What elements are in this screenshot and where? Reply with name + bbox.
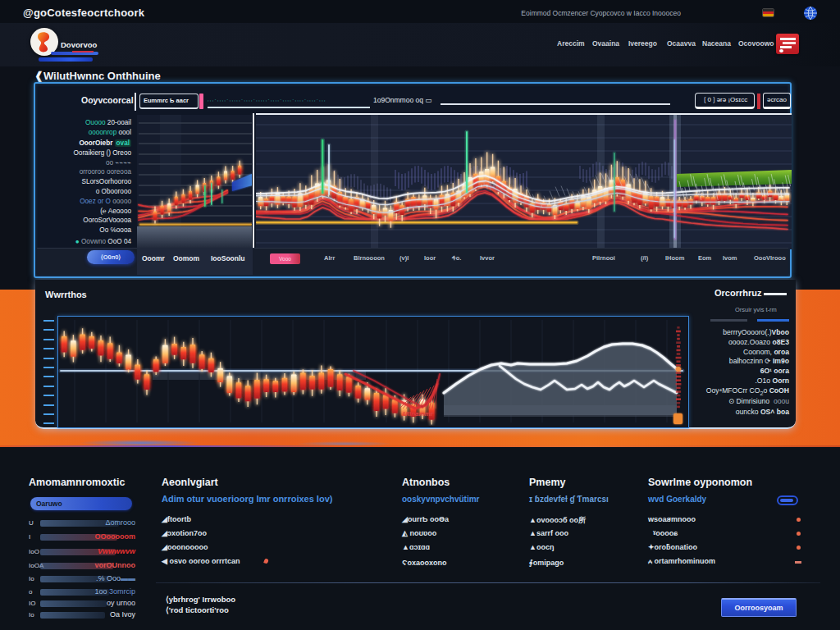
svg-text:Ullnammr: Ullnammr <box>403 410 434 418</box>
